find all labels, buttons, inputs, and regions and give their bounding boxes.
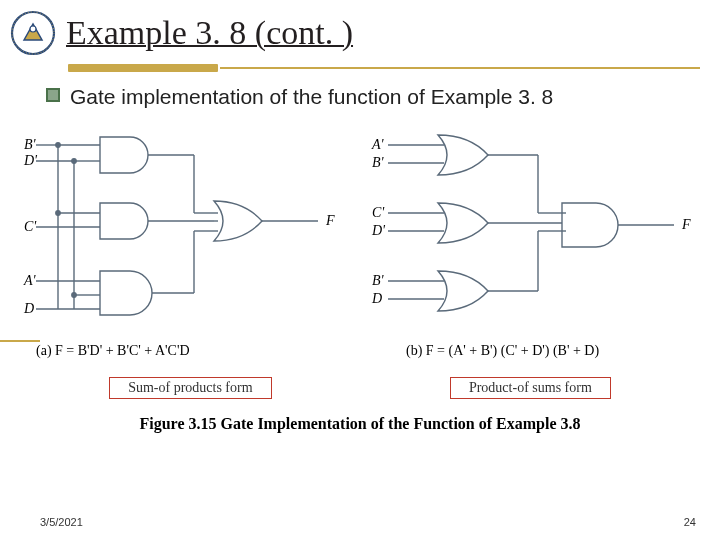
input-label: B' — [372, 273, 385, 288]
input-label: C' — [372, 205, 385, 220]
divider — [0, 64, 720, 72]
side-rule — [0, 340, 40, 342]
circuit-diagrams: B' D' C' A' D F (a) F = B'D' + B'C' + A'… — [0, 109, 720, 367]
output-label: F — [681, 217, 691, 232]
figure-caption: Figure 3.15 Gate Implementation of the F… — [0, 415, 720, 433]
equation-a: (a) F = B'D' + B'C' + A'C'D — [36, 343, 190, 359]
input-label: A' — [23, 273, 37, 288]
input-label: B' — [24, 137, 37, 152]
equation-b: (b) F = (A' + B') (C' + D') (B' + D) — [406, 343, 599, 359]
svg-point-2 — [30, 26, 36, 32]
sop-circuit: B' D' C' A' D F (a) F = B'D' + B'C' + A'… — [18, 131, 354, 367]
sop-tag: Sum-of products form — [109, 377, 271, 399]
input-label: D' — [23, 153, 38, 168]
bullet-icon — [46, 88, 60, 102]
tag-row: Sum-of products form Product-of sums for… — [0, 377, 720, 399]
footer-page: 24 — [684, 516, 696, 528]
university-logo — [10, 10, 56, 56]
input-label: D' — [371, 223, 386, 238]
footer-date: 3/5/2021 — [40, 516, 83, 528]
pos-tag: Product-of sums form — [450, 377, 611, 399]
input-label: A' — [371, 137, 385, 152]
pos-circuit: A' B' C' D' B' D F (b) F = (A' + B') (C'… — [366, 131, 702, 367]
slide-header: Example 3. 8 (cont. ) — [0, 0, 720, 58]
input-label: B' — [372, 155, 385, 170]
bullet-text: Gate implementation of the function of E… — [70, 84, 553, 109]
svg-point-17 — [72, 293, 76, 297]
bullet-item: Gate implementation of the function of E… — [0, 80, 720, 109]
output-label: F — [325, 213, 335, 228]
svg-point-15 — [56, 211, 60, 215]
slide-title: Example 3. 8 (cont. ) — [66, 14, 353, 52]
input-label: D — [371, 291, 382, 306]
slide-footer: 3/5/2021 24 — [0, 516, 720, 528]
input-label: C' — [24, 219, 37, 234]
input-label: D — [23, 301, 34, 316]
